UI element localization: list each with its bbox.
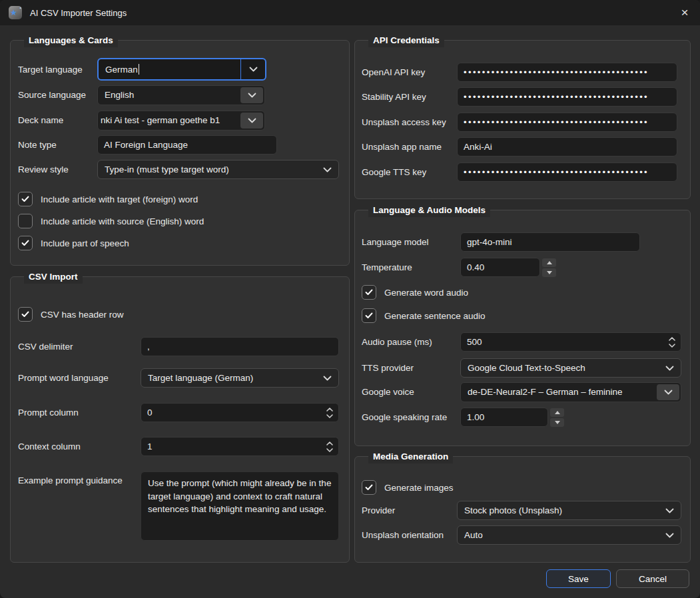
temperature-field[interactable]: 0.40 — [460, 258, 540, 277]
openai-key-field[interactable]: •••••••••••••••••••••••••••••••••••••••• — [457, 63, 677, 82]
deck-name-combobox[interactable]: nki Ai test - german goethe b1 — [97, 111, 265, 131]
spin-down-button[interactable] — [550, 418, 564, 427]
generate-sentence-audio-label: Generate sentence audio — [384, 311, 486, 321]
group-title-api-credentials: API Credentials — [368, 34, 444, 47]
audio-pause-spinbox[interactable]: 500 — [460, 332, 681, 352]
prompt-column-value: 0 — [147, 408, 153, 418]
generate-images-label: Generate images — [384, 483, 454, 493]
row-audio-pause: Audio pause (ms) 500 — [362, 332, 681, 352]
row-include-source-article: Include article with source (English) wo… — [18, 214, 339, 228]
deck-name-dropdown-button[interactable] — [240, 113, 263, 129]
sparkle-icon: • — [20, 5, 21, 11]
target-language-dropdown-button[interactable] — [240, 59, 265, 79]
row-prompt-column: Prompt column 0 — [18, 403, 339, 422]
openai-key-masked-value: •••••••••••••••••••••••••••••••••••••••• — [464, 67, 649, 77]
row-generate-images: Generate images — [362, 480, 680, 495]
checkmark-icon — [365, 484, 373, 491]
tts-provider-dropdown[interactable]: Google Cloud Text-to-Speech — [460, 358, 681, 378]
prompt-column-spinbox[interactable]: 0 — [141, 403, 339, 422]
checkbox-include-source-article[interactable] — [18, 214, 33, 228]
deck-name-label: Deck name — [18, 115, 97, 125]
unsplash-orientation-dropdown[interactable]: Auto — [457, 525, 681, 545]
group-title-media-generation: Media Generation — [368, 450, 453, 463]
row-source-language: Source language English — [18, 85, 339, 105]
checkbox-csv-has-header[interactable] — [18, 307, 33, 322]
note-type-field[interactable]: AI Foreign Language — [97, 135, 277, 154]
text-cursor — [139, 64, 140, 75]
close-button[interactable]: × — [669, 0, 700, 25]
prompt-word-language-dropdown[interactable]: Target language (German) — [141, 368, 339, 388]
source-language-combobox[interactable]: English — [97, 85, 265, 105]
checkmark-icon — [21, 311, 29, 318]
source-language-dropdown-button[interactable] — [240, 87, 263, 103]
unsplash-access-key-field[interactable]: •••••••••••••••••••••••••••••••••••••••• — [457, 113, 677, 132]
csv-has-header-label: CSV has header row — [41, 310, 124, 320]
google-speaking-rate-value: 1.00 — [467, 412, 484, 422]
context-column-spinbox[interactable]: 1 — [141, 437, 339, 456]
google-speaking-rate-field[interactable]: 1.00 — [460, 408, 548, 427]
audio-pause-value: 500 — [467, 337, 482, 347]
google-voice-dropdown-button[interactable] — [657, 384, 679, 400]
chevron-down-icon — [665, 508, 674, 513]
provider-dropdown[interactable]: Stock photos (Unsplash) — [457, 501, 681, 520]
openai-key-label: OpenAI API key — [362, 67, 457, 77]
chevron-down-icon — [249, 67, 258, 72]
spin-up-icon[interactable] — [326, 408, 333, 412]
checkbox-include-target-article[interactable] — [18, 192, 33, 206]
group-language-audio-models: Language & Audio Models Language model g… — [354, 210, 691, 446]
checkmark-icon — [365, 312, 373, 319]
prompt-word-language-value: Target language (German) — [148, 373, 253, 383]
save-button[interactable]: Save — [546, 569, 611, 588]
unsplash-app-name-field[interactable]: Anki-Ai — [457, 137, 677, 156]
row-include-part-of-speech: Include part of speech — [18, 236, 339, 250]
stability-key-field[interactable]: •••••••••••••••••••••••••••••••••••••••• — [457, 87, 677, 107]
row-example-guidance: Example prompt guidance Use the prompt (… — [18, 471, 339, 541]
group-title-languages-cards: Languages & Cards — [24, 34, 118, 47]
prompt-word-language-label: Prompt word language — [18, 373, 141, 383]
google-voice-combobox[interactable]: de-DE-Neural2-F – German – feminine — [460, 382, 681, 402]
row-prompt-word-language: Prompt word language Target language (Ge… — [18, 368, 339, 388]
spin-up-button[interactable] — [542, 258, 556, 267]
spin-down-button[interactable] — [542, 268, 556, 277]
context-column-value: 1 — [147, 442, 153, 451]
cancel-button[interactable]: Cancel — [616, 569, 689, 588]
spin-up-icon[interactable] — [326, 442, 333, 446]
row-note-type: Note type AI Foreign Language — [18, 135, 339, 154]
dialog-body: Languages & Cards Target language German… — [0, 25, 700, 598]
spin-up-icon[interactable] — [669, 337, 675, 341]
checkbox-include-part-of-speech[interactable] — [18, 236, 33, 250]
google-tts-key-field[interactable]: •••••••••••••••••••••••••••••••••••••••• — [457, 162, 677, 182]
checkmark-icon — [365, 289, 373, 296]
save-button-label: Save — [568, 574, 589, 584]
target-language-combobox[interactable]: German — [97, 58, 266, 81]
review-style-dropdown[interactable]: Type-in (must type target word) — [97, 160, 339, 179]
note-type-label: Note type — [18, 140, 97, 150]
group-csv-import: CSV Import CSV has header row CSV delimi… — [10, 276, 350, 563]
include-part-of-speech-label: Include part of speech — [41, 238, 129, 248]
stability-key-masked-value: •••••••••••••••••••••••••••••••••••••••• — [464, 92, 649, 102]
language-model-label: Language model — [362, 237, 460, 247]
deck-name-value: nki Ai test - german goethe b1 — [98, 115, 240, 125]
spin-down-icon[interactable] — [326, 414, 333, 418]
spin-down-icon — [555, 421, 560, 424]
audio-pause-label: Audio pause (ms) — [362, 337, 460, 347]
checkmark-icon — [21, 196, 29, 202]
spin-down-icon[interactable] — [669, 344, 675, 348]
checkbox-generate-word-audio[interactable] — [362, 285, 376, 300]
checkbox-generate-sentence-audio[interactable] — [362, 308, 376, 323]
provider-label: Provider — [362, 505, 457, 515]
note-type-value: AI Foreign Language — [104, 140, 188, 150]
example-guidance-textarea[interactable]: Use the prompt (which might already be i… — [141, 471, 339, 541]
spin-up-button[interactable] — [550, 408, 564, 417]
window-title: AI CSV Importer Settings — [30, 8, 127, 18]
spin-down-icon[interactable] — [326, 448, 333, 452]
chevron-down-icon — [665, 366, 674, 371]
unsplash-access-key-masked-value: •••••••••••••••••••••••••••••••••••••••• — [464, 117, 649, 127]
row-review-style: Review style Type-in (must type target w… — [18, 160, 339, 179]
csv-delimiter-field[interactable]: , — [141, 337, 339, 356]
checkbox-generate-images[interactable] — [362, 480, 376, 495]
language-model-field[interactable]: gpt-4o-mini — [460, 232, 640, 252]
provider-value: Stock photos (Unsplash) — [464, 505, 562, 515]
row-google-speaking-rate: Google speaking rate 1.00 — [362, 408, 681, 427]
unsplash-access-key-label: Unsplash access key — [362, 117, 457, 127]
